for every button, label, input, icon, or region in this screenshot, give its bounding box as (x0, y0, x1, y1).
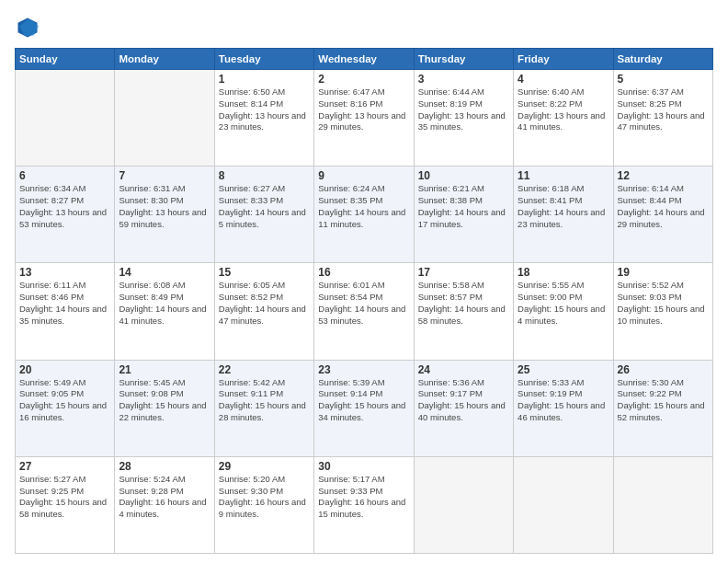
day-info: Sunrise: 6:37 AM Sunset: 8:25 PM Dayligh… (618, 86, 709, 133)
calendar-cell: 29Sunrise: 5:20 AM Sunset: 9:30 PM Dayli… (214, 456, 313, 553)
calendar-cell: 1Sunrise: 6:50 AM Sunset: 8:14 PM Daylig… (214, 70, 313, 167)
calendar-cell: 21Sunrise: 5:45 AM Sunset: 9:08 PM Dayli… (115, 360, 214, 456)
day-number: 15 (219, 266, 310, 279)
calendar-cell: 11Sunrise: 6:18 AM Sunset: 8:41 PM Dayli… (514, 167, 613, 263)
calendar-week-row: 1Sunrise: 6:50 AM Sunset: 8:14 PM Daylig… (16, 70, 713, 167)
day-info: Sunrise: 6:21 AM Sunset: 8:38 PM Dayligh… (418, 183, 509, 230)
calendar-cell: 5Sunrise: 6:37 AM Sunset: 8:25 PM Daylig… (613, 70, 712, 167)
day-info: Sunrise: 5:17 AM Sunset: 9:33 PM Dayligh… (318, 474, 409, 521)
day-number: 27 (19, 460, 110, 473)
day-info: Sunrise: 6:40 AM Sunset: 8:22 PM Dayligh… (518, 86, 609, 133)
calendar-header-tuesday: Tuesday (214, 49, 313, 70)
calendar-cell (414, 456, 513, 553)
calendar-cell: 12Sunrise: 6:14 AM Sunset: 8:44 PM Dayli… (613, 167, 712, 263)
day-info: Sunrise: 6:08 AM Sunset: 8:49 PM Dayligh… (119, 280, 210, 327)
calendar-cell: 16Sunrise: 6:01 AM Sunset: 8:54 PM Dayli… (314, 263, 414, 360)
calendar-week-row: 27Sunrise: 5:27 AM Sunset: 9:25 PM Dayli… (16, 456, 713, 553)
day-info: Sunrise: 6:05 AM Sunset: 8:52 PM Dayligh… (219, 280, 310, 327)
calendar-cell (16, 70, 115, 167)
header (15, 15, 713, 40)
day-info: Sunrise: 6:01 AM Sunset: 8:54 PM Dayligh… (318, 280, 409, 327)
day-info: Sunrise: 6:50 AM Sunset: 8:14 PM Dayligh… (219, 86, 310, 133)
day-number: 17 (418, 266, 509, 279)
day-number: 16 (318, 266, 409, 279)
calendar-cell: 13Sunrise: 6:11 AM Sunset: 8:46 PM Dayli… (16, 263, 115, 360)
calendar-header-thursday: Thursday (414, 49, 513, 70)
day-info: Sunrise: 6:31 AM Sunset: 8:30 PM Dayligh… (119, 183, 210, 230)
day-info: Sunrise: 5:30 AM Sunset: 9:22 PM Dayligh… (618, 377, 709, 424)
day-info: Sunrise: 6:24 AM Sunset: 8:35 PM Dayligh… (318, 183, 409, 230)
day-number: 13 (19, 266, 110, 279)
day-info: Sunrise: 5:55 AM Sunset: 9:00 PM Dayligh… (518, 280, 609, 327)
calendar-cell: 18Sunrise: 5:55 AM Sunset: 9:00 PM Dayli… (514, 263, 613, 360)
calendar: SundayMondayTuesdayWednesdayThursdayFrid… (15, 48, 713, 554)
calendar-cell: 3Sunrise: 6:44 AM Sunset: 8:19 PM Daylig… (414, 70, 513, 167)
calendar-cell: 28Sunrise: 5:24 AM Sunset: 9:28 PM Dayli… (115, 456, 214, 553)
calendar-cell: 27Sunrise: 5:27 AM Sunset: 9:25 PM Dayli… (16, 456, 115, 553)
calendar-header-row: SundayMondayTuesdayWednesdayThursdayFrid… (16, 49, 713, 70)
day-info: Sunrise: 6:14 AM Sunset: 8:44 PM Dayligh… (618, 183, 709, 230)
day-number: 1 (219, 73, 310, 86)
day-number: 24 (418, 363, 509, 376)
calendar-header-sunday: Sunday (16, 49, 115, 70)
day-info: Sunrise: 5:27 AM Sunset: 9:25 PM Dayligh… (19, 474, 110, 521)
calendar-cell: 6Sunrise: 6:34 AM Sunset: 8:27 PM Daylig… (16, 167, 115, 263)
day-number: 7 (119, 169, 210, 182)
calendar-cell: 7Sunrise: 6:31 AM Sunset: 8:30 PM Daylig… (115, 167, 214, 263)
day-number: 5 (618, 73, 709, 86)
day-number: 3 (418, 73, 509, 86)
day-number: 28 (119, 460, 210, 473)
day-info: Sunrise: 6:11 AM Sunset: 8:46 PM Dayligh… (19, 280, 110, 327)
calendar-cell: 25Sunrise: 5:33 AM Sunset: 9:19 PM Dayli… (514, 360, 613, 456)
calendar-cell (613, 456, 712, 553)
calendar-header-monday: Monday (115, 49, 214, 70)
logo-icon (15, 15, 40, 40)
calendar-cell (514, 456, 613, 553)
day-info: Sunrise: 5:24 AM Sunset: 9:28 PM Dayligh… (119, 474, 210, 521)
calendar-week-row: 20Sunrise: 5:49 AM Sunset: 9:05 PM Dayli… (16, 360, 713, 456)
calendar-header-saturday: Saturday (613, 49, 712, 70)
day-info: Sunrise: 5:39 AM Sunset: 9:14 PM Dayligh… (318, 377, 409, 424)
day-number: 12 (618, 169, 709, 182)
calendar-cell: 22Sunrise: 5:42 AM Sunset: 9:11 PM Dayli… (214, 360, 313, 456)
day-info: Sunrise: 6:47 AM Sunset: 8:16 PM Dayligh… (318, 86, 409, 133)
day-number: 23 (318, 363, 409, 376)
day-number: 29 (219, 460, 310, 473)
day-info: Sunrise: 5:20 AM Sunset: 9:30 PM Dayligh… (219, 474, 310, 521)
day-number: 4 (518, 73, 609, 86)
logo (15, 15, 44, 40)
calendar-cell: 9Sunrise: 6:24 AM Sunset: 8:35 PM Daylig… (314, 167, 414, 263)
calendar-cell: 17Sunrise: 5:58 AM Sunset: 8:57 PM Dayli… (414, 263, 513, 360)
day-number: 25 (518, 363, 609, 376)
calendar-cell: 2Sunrise: 6:47 AM Sunset: 8:16 PM Daylig… (314, 70, 414, 167)
calendar-cell: 20Sunrise: 5:49 AM Sunset: 9:05 PM Dayli… (16, 360, 115, 456)
calendar-week-row: 13Sunrise: 6:11 AM Sunset: 8:46 PM Dayli… (16, 263, 713, 360)
day-number: 22 (219, 363, 310, 376)
calendar-cell: 26Sunrise: 5:30 AM Sunset: 9:22 PM Dayli… (613, 360, 712, 456)
calendar-cell: 23Sunrise: 5:39 AM Sunset: 9:14 PM Dayli… (314, 360, 414, 456)
day-info: Sunrise: 5:58 AM Sunset: 8:57 PM Dayligh… (418, 280, 509, 327)
calendar-cell: 4Sunrise: 6:40 AM Sunset: 8:22 PM Daylig… (514, 70, 613, 167)
calendar-cell: 10Sunrise: 6:21 AM Sunset: 8:38 PM Dayli… (414, 167, 513, 263)
day-info: Sunrise: 6:18 AM Sunset: 8:41 PM Dayligh… (518, 183, 609, 230)
calendar-cell: 30Sunrise: 5:17 AM Sunset: 9:33 PM Dayli… (314, 456, 414, 553)
calendar-cell: 8Sunrise: 6:27 AM Sunset: 8:33 PM Daylig… (214, 167, 313, 263)
day-number: 21 (119, 363, 210, 376)
day-info: Sunrise: 6:34 AM Sunset: 8:27 PM Dayligh… (19, 183, 110, 230)
calendar-header-wednesday: Wednesday (314, 49, 414, 70)
day-number: 20 (19, 363, 110, 376)
calendar-cell: 19Sunrise: 5:52 AM Sunset: 9:03 PM Dayli… (613, 263, 712, 360)
calendar-cell: 24Sunrise: 5:36 AM Sunset: 9:17 PM Dayli… (414, 360, 513, 456)
day-number: 10 (418, 169, 509, 182)
day-number: 11 (518, 169, 609, 182)
day-info: Sunrise: 5:49 AM Sunset: 9:05 PM Dayligh… (19, 377, 110, 424)
day-number: 19 (618, 266, 709, 279)
calendar-cell: 14Sunrise: 6:08 AM Sunset: 8:49 PM Dayli… (115, 263, 214, 360)
day-info: Sunrise: 5:36 AM Sunset: 9:17 PM Dayligh… (418, 377, 509, 424)
day-number: 26 (618, 363, 709, 376)
day-number: 8 (219, 169, 310, 182)
calendar-cell: 15Sunrise: 6:05 AM Sunset: 8:52 PM Dayli… (214, 263, 313, 360)
day-info: Sunrise: 6:27 AM Sunset: 8:33 PM Dayligh… (219, 183, 310, 230)
day-number: 9 (318, 169, 409, 182)
day-info: Sunrise: 5:52 AM Sunset: 9:03 PM Dayligh… (618, 280, 709, 327)
